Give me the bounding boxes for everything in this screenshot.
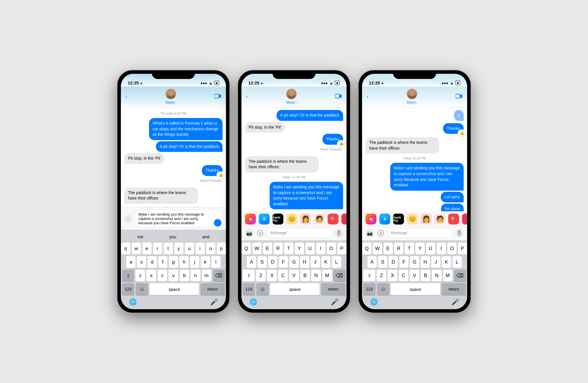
key-B-2[interactable]: B bbox=[300, 270, 310, 282]
key-e[interactable]: e bbox=[142, 243, 152, 255]
key-O-2[interactable]: O bbox=[327, 243, 336, 255]
drawer-memoji1-3[interactable]: 😊 bbox=[407, 214, 418, 225]
key-A-2[interactable]: A bbox=[247, 256, 256, 268]
key-D-2[interactable]: D bbox=[268, 256, 277, 268]
key-m[interactable]: m bbox=[202, 270, 211, 282]
key-return-1[interactable]: return bbox=[200, 283, 225, 295]
key-Y-3[interactable]: Y bbox=[415, 243, 425, 255]
key-u[interactable]: u bbox=[185, 243, 194, 255]
apps-btn-2[interactable]: ⊕ bbox=[256, 229, 264, 237]
key-J-2[interactable]: J bbox=[311, 256, 320, 268]
key-123-3[interactable]: 123 bbox=[363, 283, 376, 295]
key-F-2[interactable]: F bbox=[279, 256, 288, 268]
bubble-2-0[interactable]: A pit stop? Or is that the paddock bbox=[276, 110, 343, 121]
message-input-1[interactable]: Myke I am sending you this message to ca… bbox=[135, 210, 223, 227]
drawer-applepay-2[interactable]: Apple Pay bbox=[272, 214, 283, 225]
key-w[interactable]: w bbox=[132, 243, 141, 255]
key-A-3[interactable]: A bbox=[368, 256, 377, 268]
bubble-3-2[interactable]: Myke I am sending you this message to ca… bbox=[390, 163, 464, 190]
key-p[interactable]: p bbox=[217, 243, 226, 255]
bubble-1-1[interactable]: What's it called in Formula 1 when a car… bbox=[149, 118, 223, 140]
key-X-2[interactable]: X bbox=[267, 270, 276, 282]
key-j[interactable]: j bbox=[190, 256, 199, 268]
drawer-search-2[interactable]: 🔍 bbox=[328, 214, 339, 225]
message-input-3[interactable]: Message bbox=[387, 228, 453, 238]
key-D-3[interactable]: D bbox=[389, 256, 398, 268]
bubble-1-5[interactable]: The paddock is where the teams have thei… bbox=[124, 187, 198, 204]
video-button-1[interactable] bbox=[214, 93, 221, 100]
video-button-2[interactable] bbox=[335, 93, 342, 100]
key-G-3[interactable]: G bbox=[410, 256, 419, 268]
key-o[interactable]: o bbox=[206, 243, 215, 255]
key-g[interactable]: g bbox=[169, 256, 178, 268]
key-q[interactable]: q bbox=[121, 243, 130, 255]
prediction-1-3[interactable]: and bbox=[200, 233, 212, 240]
send-button-1[interactable]: ↑ bbox=[214, 219, 221, 227]
key-X-3[interactable]: X bbox=[388, 270, 397, 282]
key-delete-3[interactable]: ⌫ bbox=[454, 270, 466, 282]
key-O-3[interactable]: O bbox=[447, 243, 457, 255]
bubble-1-2[interactable]: A pit stop? Or is that the paddock bbox=[156, 141, 223, 152]
drawer-photos-3[interactable] bbox=[365, 214, 376, 225]
key-F-3[interactable]: F bbox=[399, 256, 409, 268]
drawer-applepay-3[interactable]: Apple Pay bbox=[393, 214, 404, 225]
key-W-2[interactable]: W bbox=[252, 243, 262, 255]
message-input-2[interactable]: Message bbox=[267, 228, 332, 238]
key-I-2[interactable]: I bbox=[316, 243, 325, 255]
apps-btn-3[interactable]: ⊕ bbox=[376, 229, 385, 237]
key-b[interactable]: b bbox=[180, 270, 189, 282]
drawer-appstore-3[interactable]: A bbox=[379, 214, 390, 225]
key-y[interactable]: y bbox=[174, 243, 183, 255]
key-N-2[interactable]: N bbox=[311, 270, 321, 282]
expand-btn-1[interactable]: › bbox=[124, 215, 132, 223]
key-K-3[interactable]: K bbox=[442, 256, 451, 268]
key-L-2[interactable]: L bbox=[332, 256, 341, 268]
drawer-memoji2-3[interactable]: 👩 bbox=[421, 214, 432, 225]
key-E-3[interactable]: E bbox=[384, 243, 393, 255]
key-R-2[interactable]: R bbox=[274, 243, 283, 255]
key-Y-2[interactable]: Y bbox=[295, 243, 304, 255]
drawer-memoji3-3[interactable]: 🧑 bbox=[434, 214, 445, 225]
key-E-2[interactable]: E bbox=[263, 243, 272, 255]
bubble-2-4[interactable]: Myke I am sending you this message to ca… bbox=[270, 182, 343, 209]
back-button-3[interactable]: ‹ bbox=[367, 94, 368, 100]
key-delete-2[interactable]: ⌫ bbox=[333, 270, 345, 282]
key-H-3[interactable]: H bbox=[421, 256, 430, 268]
key-s[interactable]: s bbox=[137, 256, 146, 268]
bubble-2-3[interactable]: The paddock is where the teams have thei… bbox=[245, 156, 319, 173]
audio-btn-2[interactable] bbox=[334, 229, 343, 237]
contact-name-3[interactable]: Myke › bbox=[407, 100, 417, 105]
mic-icon-3[interactable]: 🎤 bbox=[451, 298, 459, 306]
key-I-3[interactable]: I bbox=[437, 243, 446, 255]
key-Q-2[interactable]: Q bbox=[242, 243, 251, 255]
key-t[interactable]: t bbox=[164, 243, 173, 255]
key-P-2[interactable]: P bbox=[337, 243, 347, 255]
key-return-2[interactable]: return bbox=[321, 283, 345, 295]
mic-icon-2[interactable]: 🎤 bbox=[331, 298, 339, 306]
key-emoji-1[interactable]: ☺ bbox=[136, 283, 148, 295]
key-U-3[interactable]: U bbox=[426, 243, 435, 255]
key-M-3[interactable]: M bbox=[443, 270, 452, 282]
key-delete-1[interactable]: ⌫ bbox=[213, 270, 225, 282]
mic-icon-1[interactable]: 🎤 bbox=[210, 298, 218, 306]
key-space-3[interactable]: space bbox=[391, 283, 440, 295]
key-i[interactable]: i bbox=[196, 243, 205, 255]
globe-icon-3[interactable]: 🌐 bbox=[370, 298, 378, 306]
key-c[interactable]: c bbox=[158, 270, 167, 282]
drawer-appstore-2[interactable]: A bbox=[259, 214, 270, 225]
key-C-2[interactable]: C bbox=[278, 270, 288, 282]
key-x[interactable]: x bbox=[146, 270, 156, 282]
key-P-3[interactable]: P bbox=[458, 243, 467, 255]
key-V-3[interactable]: V bbox=[410, 270, 419, 282]
key-123-1[interactable]: 123 bbox=[122, 283, 134, 295]
key-Q-3[interactable]: Q bbox=[362, 243, 372, 255]
key-J-3[interactable]: J bbox=[431, 256, 440, 268]
key-shift-2[interactable]: ⇧ bbox=[243, 270, 255, 282]
key-M-2[interactable]: M bbox=[322, 270, 332, 282]
key-Z-3[interactable]: Z bbox=[377, 270, 386, 282]
key-T-3[interactable]: T bbox=[405, 243, 414, 255]
drawer-photos-2[interactable] bbox=[245, 214, 256, 225]
bubble-1-4[interactable]: Thanks 👍 bbox=[202, 165, 223, 176]
contact-name-2[interactable]: Myke › bbox=[286, 100, 297, 105]
camera-btn-2[interactable]: 📷 bbox=[245, 229, 254, 237]
